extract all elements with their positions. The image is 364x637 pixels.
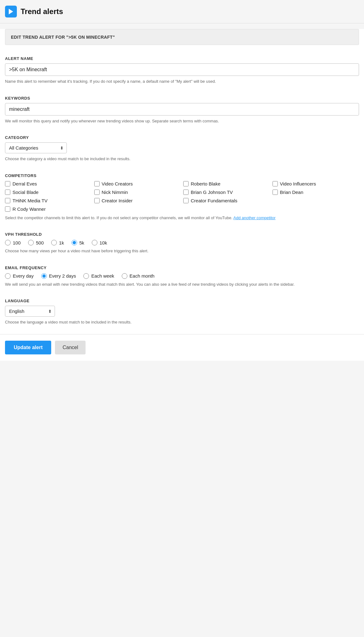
email-frequency-help: We will send you an email with new trend… — [5, 281, 359, 288]
category-select[interactable]: All Categories Film & Animation Music Sp… — [5, 142, 67, 153]
main-content: EDIT TREND ALERT FOR ">5K ON MINECRAFT" … — [0, 29, 364, 361]
vph-1k-label: 1k — [59, 240, 64, 245]
update-alert-button[interactable]: Update alert — [5, 341, 51, 354]
competitor-nick-nimmin[interactable]: Nick Nimmin — [94, 190, 181, 195]
language-label: LANGUAGE — [5, 299, 359, 303]
competitor-derral-eves[interactable]: Derral Eves — [5, 181, 92, 186]
competitor-video-influencers[interactable]: Video Influencers — [273, 181, 359, 186]
vph-options: 100 500 1k 5k 10k — [5, 240, 359, 245]
competitor-video-creators-label: Video Creators — [102, 181, 133, 186]
competitor-nick-nimmin-label: Nick Nimmin — [102, 190, 128, 195]
competitor-creator-insider-checkbox[interactable] — [94, 198, 100, 203]
competitor-think-media-tv-checkbox[interactable] — [5, 198, 10, 203]
vph-10k-label: 10k — [100, 240, 107, 245]
competitor-nick-nimmin-checkbox[interactable] — [94, 190, 100, 195]
keywords-section: KEYWORDS We will monitor this query and … — [0, 85, 364, 124]
freq-each-month-radio[interactable] — [122, 273, 127, 279]
alert-name-input[interactable] — [5, 63, 359, 76]
competitor-social-blade-checkbox[interactable] — [5, 190, 10, 195]
freq-each-week-label: Each week — [91, 273, 114, 279]
competitor-derral-eves-checkbox[interactable] — [5, 181, 10, 186]
competitor-think-media-tv[interactable]: THiNK Media TV — [5, 198, 92, 203]
add-competitor-link[interactable]: Add another competitor — [234, 215, 276, 220]
vph-500-radio[interactable] — [28, 240, 34, 245]
category-label: CATEGORY — [5, 135, 359, 140]
alert-name-section: ALERT NAME Name this alert to remember w… — [0, 45, 364, 85]
category-select-wrapper: All Categories Film & Animation Music Sp… — [5, 142, 67, 153]
category-help: Choose the category a video must match t… — [5, 156, 359, 162]
competitor-think-media-tv-label: THiNK Media TV — [12, 198, 47, 203]
freq-each-week-radio[interactable] — [83, 273, 89, 279]
competitor-brian-dean-checkbox[interactable] — [273, 190, 278, 195]
vph-10k[interactable]: 10k — [92, 240, 107, 245]
competitor-creator-fundamentals-checkbox[interactable] — [183, 198, 189, 203]
keywords-input[interactable] — [5, 103, 359, 116]
alert-name-label: ALERT NAME — [5, 56, 359, 61]
competitor-video-creators-checkbox[interactable] — [94, 181, 100, 186]
vph-5k-label: 5k — [79, 240, 84, 245]
language-help: Choose the language a video must match t… — [5, 319, 359, 325]
edit-banner-text: EDIT TREND ALERT FOR ">5K ON MINECRAFT" — [11, 35, 115, 40]
freq-every-2-days[interactable]: Every 2 days — [41, 273, 76, 279]
language-select[interactable]: English Spanish French German Japanese P… — [5, 306, 55, 317]
competitor-creator-insider[interactable]: Creator Insider — [94, 198, 181, 203]
competitors-section: COMPETITORS Derral Eves Video Creators R… — [0, 162, 364, 221]
competitor-brian-dean[interactable]: Brian Dean — [273, 190, 359, 195]
freq-every-2-days-radio[interactable] — [41, 273, 47, 279]
alert-name-help: Name this alert to remember what it's tr… — [5, 78, 359, 85]
vph-threshold-section: VPH THRESHOLD 100 500 1k 5k 10k — [0, 221, 364, 254]
competitors-grid: Derral Eves Video Creators Roberto Blake… — [5, 181, 359, 203]
cancel-button[interactable]: Cancel — [55, 341, 86, 354]
competitor-social-blade[interactable]: Social Blade — [5, 190, 92, 195]
competitor-brian-g-johnson-label: Brian G Johnson TV — [191, 190, 233, 195]
competitor-creator-insider-label: Creator Insider — [102, 198, 133, 203]
vph-help: Choose how many views per hour a video m… — [5, 248, 359, 254]
competitor-brian-g-johnson[interactable]: Brian G Johnson TV — [183, 190, 270, 195]
competitor-video-influencers-checkbox[interactable] — [273, 181, 278, 186]
freq-every-day-radio[interactable] — [5, 273, 11, 279]
competitor-video-influencers-label: Video Influencers — [280, 181, 316, 186]
vph-5k[interactable]: 5k — [71, 240, 84, 245]
vph-500[interactable]: 500 — [28, 240, 44, 245]
keywords-label: KEYWORDS — [5, 96, 359, 101]
email-frequency-label: EMAIL FREQUENCY — [5, 265, 359, 270]
competitors-help-text: Select the competitor channels to limit … — [5, 215, 233, 220]
category-section: CATEGORY All Categories Film & Animation… — [0, 124, 364, 162]
competitor-r-cody-wanner-label: R Cody Wanner — [12, 206, 46, 212]
competitor-r-cody-wanner[interactable]: R Cody Wanner — [5, 206, 359, 212]
app-logo — [5, 6, 17, 17]
vph-label: VPH THRESHOLD — [5, 232, 359, 237]
competitor-roberto-blake[interactable]: Roberto Blake — [183, 181, 270, 186]
competitor-roberto-blake-label: Roberto Blake — [191, 181, 220, 186]
vph-500-label: 500 — [36, 240, 44, 245]
vph-10k-radio[interactable] — [92, 240, 97, 245]
competitor-derral-eves-label: Derral Eves — [12, 181, 37, 186]
vph-5k-radio[interactable] — [71, 240, 77, 245]
app-header: Trend alerts — [0, 0, 364, 23]
vph-1k[interactable]: 1k — [51, 240, 64, 245]
email-frequency-section: EMAIL FREQUENCY Every day Every 2 days E… — [0, 254, 364, 288]
vph-1k-radio[interactable] — [51, 240, 57, 245]
language-select-wrapper: English Spanish French German Japanese P… — [5, 306, 55, 317]
freq-every-day[interactable]: Every day — [5, 273, 34, 279]
vph-100[interactable]: 100 — [5, 240, 21, 245]
competitor-roberto-blake-checkbox[interactable] — [183, 181, 189, 186]
email-frequency-options: Every day Every 2 days Each week Each mo… — [5, 273, 359, 279]
freq-each-week[interactable]: Each week — [83, 273, 114, 279]
competitor-last-row: R Cody Wanner — [5, 206, 359, 212]
edit-banner: EDIT TREND ALERT FOR ">5K ON MINECRAFT" — [5, 29, 359, 45]
freq-every-2-days-label: Every 2 days — [49, 273, 76, 279]
competitors-help: Select the competitor channels to limit … — [5, 215, 359, 221]
competitor-brian-g-johnson-checkbox[interactable] — [183, 190, 189, 195]
freq-each-month-label: Each month — [130, 273, 155, 279]
competitor-r-cody-wanner-checkbox[interactable] — [5, 206, 10, 212]
page-title: Trend alerts — [21, 7, 63, 16]
vph-100-radio[interactable] — [5, 240, 11, 245]
competitor-creator-fundamentals[interactable]: Creator Fundamentals — [183, 198, 270, 203]
competitor-video-creators[interactable]: Video Creators — [94, 181, 181, 186]
keywords-help: We will monitor this query and notify yo… — [5, 118, 359, 124]
competitor-brian-dean-label: Brian Dean — [280, 190, 303, 195]
competitor-social-blade-label: Social Blade — [12, 190, 38, 195]
competitor-creator-fundamentals-label: Creator Fundamentals — [191, 198, 237, 203]
freq-each-month[interactable]: Each month — [122, 273, 155, 279]
